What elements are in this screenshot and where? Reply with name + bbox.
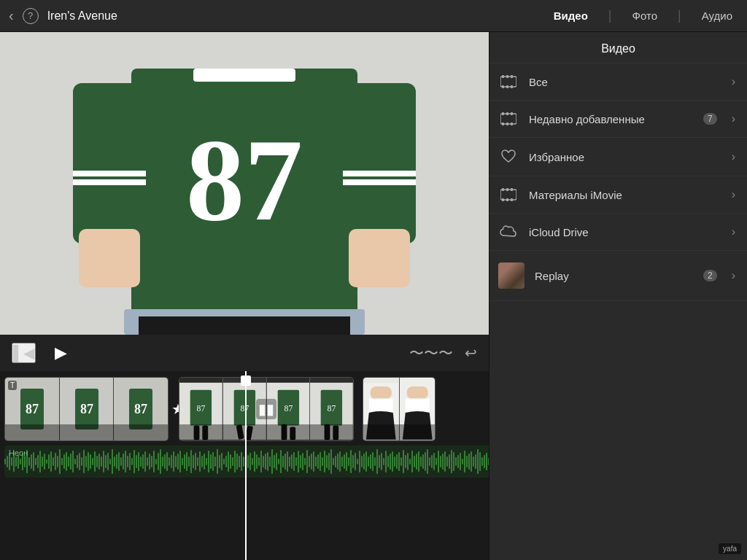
tab-video[interactable]: Видео xyxy=(548,7,594,25)
svg-rect-229 xyxy=(394,456,395,467)
svg-rect-230 xyxy=(396,454,398,469)
menu-item-replay[interactable]: Replay 2 › xyxy=(489,251,747,301)
svg-rect-49 xyxy=(405,399,429,413)
svg-rect-152 xyxy=(225,456,227,467)
svg-rect-209 xyxy=(350,450,352,473)
arrow-favorites: › xyxy=(732,150,735,163)
svg-rect-213 xyxy=(359,451,360,472)
svg-rect-159 xyxy=(241,452,242,471)
svg-rect-179 xyxy=(285,454,286,470)
svg-rect-174 xyxy=(274,455,275,468)
svg-rect-250 xyxy=(440,456,441,467)
clip-1[interactable]: T 87 87 87 xyxy=(4,377,169,441)
clip-gap-2 xyxy=(357,377,360,443)
tab-audio[interactable]: Аудио xyxy=(696,7,738,25)
svg-rect-164 xyxy=(252,458,253,465)
clip-text-badge: T xyxy=(8,381,17,390)
play-button[interactable]: ▶ xyxy=(47,340,74,366)
svg-rect-146 xyxy=(212,452,214,471)
svg-rect-93 xyxy=(96,456,98,467)
svg-rect-190 xyxy=(309,456,310,467)
svg-rect-12 xyxy=(79,229,140,287)
svg-rect-89 xyxy=(88,452,89,471)
svg-rect-133 xyxy=(184,454,185,469)
menu-label-imovie: Материалы iMovie xyxy=(529,189,721,201)
top-bar-tabs: Видео | Фото | Аудио xyxy=(548,7,738,25)
svg-rect-201 xyxy=(333,458,334,465)
svg-rect-163 xyxy=(249,453,251,470)
svg-rect-210 xyxy=(352,455,354,468)
rewind-button[interactable]: ▌◀ xyxy=(12,343,36,363)
film-icon-all xyxy=(498,75,519,88)
svg-rect-82 xyxy=(72,451,74,472)
svg-rect-77 xyxy=(61,458,63,465)
svg-rect-115 xyxy=(144,451,146,472)
waveform-icon[interactable]: 〜〜〜 xyxy=(409,343,453,363)
menu-item-favorites[interactable]: Избранное › xyxy=(489,138,747,176)
svg-rect-103 xyxy=(118,452,120,471)
svg-rect-144 xyxy=(208,451,209,472)
svg-rect-184 xyxy=(295,457,297,466)
svg-rect-65 xyxy=(35,458,36,465)
svg-rect-114 xyxy=(142,454,144,469)
svg-rect-4 xyxy=(193,69,295,82)
tab-photo[interactable]: Фото xyxy=(627,7,663,25)
menu-item-recent[interactable]: Недавно добавленные 7 › xyxy=(489,101,747,138)
svg-rect-195 xyxy=(320,452,321,471)
clip-2[interactable]: 87 87 87 87 xyxy=(179,377,354,441)
back-button[interactable]: ‹ xyxy=(9,7,14,24)
svg-rect-289 xyxy=(502,188,504,191)
audio-track[interactable]: Неон xyxy=(4,446,489,478)
svg-rect-83 xyxy=(74,459,76,464)
svg-rect-148 xyxy=(217,449,218,474)
svg-rect-90 xyxy=(90,454,91,469)
svg-rect-170 xyxy=(265,454,266,470)
help-button[interactable]: ? xyxy=(23,8,39,24)
svg-rect-196 xyxy=(322,457,323,466)
svg-rect-74 xyxy=(55,453,56,470)
film-icon-imovie xyxy=(498,188,519,201)
right-panel: Видео Все › Недавно добавленные 7 › xyxy=(489,32,747,560)
project-title: Iren's Avenue xyxy=(47,9,117,23)
svg-rect-283 xyxy=(506,112,508,115)
svg-rect-100 xyxy=(112,449,113,474)
timeline-tracks[interactable]: T 87 87 87 xyxy=(0,371,489,560)
svg-rect-206 xyxy=(344,454,345,469)
svg-rect-64 xyxy=(33,452,34,471)
menu-label-favorites: Избранное xyxy=(529,151,721,163)
svg-rect-278 xyxy=(502,85,504,88)
svg-rect-264 xyxy=(471,451,472,472)
clip-3[interactable] xyxy=(363,377,436,441)
svg-rect-70 xyxy=(46,459,47,464)
svg-rect-202 xyxy=(335,456,336,467)
svg-rect-244 xyxy=(427,449,428,474)
svg-rect-214 xyxy=(361,456,363,467)
svg-rect-123 xyxy=(162,456,163,467)
menu-item-imovie[interactable]: Материалы iMovie › xyxy=(489,176,747,214)
svg-rect-13 xyxy=(349,229,410,287)
cloud-icon xyxy=(498,225,519,238)
svg-rect-128 xyxy=(173,451,174,472)
recent-badge: 7 xyxy=(703,113,717,125)
svg-rect-222 xyxy=(379,455,380,468)
svg-rect-105 xyxy=(123,454,124,470)
svg-rect-286 xyxy=(506,122,508,125)
arrow-icloud: › xyxy=(732,225,735,238)
svg-rect-102 xyxy=(116,454,117,469)
svg-rect-88 xyxy=(85,456,87,467)
svg-rect-187 xyxy=(302,453,303,470)
svg-text:87: 87 xyxy=(328,404,336,413)
menu-label-replay: Replay xyxy=(535,270,693,282)
svg-rect-226 xyxy=(387,456,389,467)
timeline-controls: ▌◀ ▶ 〜〜〜 ↩ xyxy=(0,335,489,371)
svg-rect-95 xyxy=(101,456,102,467)
svg-rect-162 xyxy=(247,455,249,468)
svg-rect-238 xyxy=(414,456,415,467)
tab-divider-2: | xyxy=(678,8,681,23)
svg-rect-276 xyxy=(506,75,508,78)
undo-icon[interactable]: ↩ xyxy=(465,344,477,362)
svg-rect-71 xyxy=(48,454,50,469)
svg-rect-156 xyxy=(234,451,236,472)
menu-item-icloud[interactable]: iCloud Drive › xyxy=(489,214,747,251)
menu-item-all[interactable]: Все › xyxy=(489,63,747,101)
